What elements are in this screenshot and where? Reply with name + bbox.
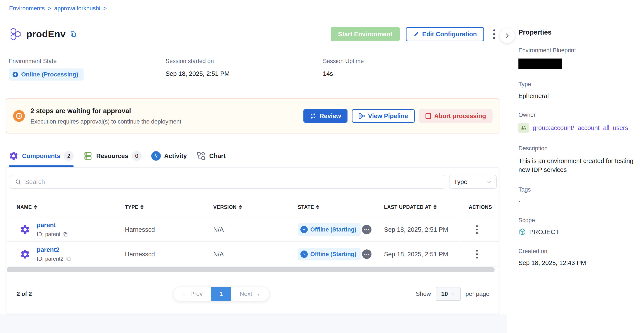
table-row: parent ID: parent Harnesscd N/A [6, 217, 499, 242]
breadcrumb-link-environment[interactable]: approvalforkhushi [54, 5, 100, 12]
copy-name-icon[interactable] [70, 30, 77, 38]
tab-components[interactable]: Components 2 [9, 147, 74, 167]
processing-indicator-icon [362, 249, 372, 259]
page-header: prodEnv Start Environment Edit Configura… [0, 17, 507, 51]
type-value: Ephemeral [518, 92, 638, 100]
row-actions-menu[interactable] [473, 217, 481, 242]
environment-state-badge: Online (Processing) [9, 68, 84, 80]
tab-resources-label: Resources [96, 152, 128, 160]
column-header-version[interactable]: VERSION [213, 197, 242, 217]
component-id-text: ID: parent2 [37, 256, 64, 262]
tags-value: - [518, 198, 638, 205]
environment-state-value: Online (Processing) [21, 71, 78, 78]
type-filter-label: Type [454, 178, 468, 186]
tab-resources-count: 0 [132, 151, 142, 161]
review-button[interactable]: Review [304, 109, 348, 123]
session-uptime-block: Session Uptime 14s [323, 58, 364, 80]
cube-icon [518, 228, 526, 236]
next-label: Next [240, 291, 252, 297]
approval-banner: 2 steps are waiting for approval Executi… [6, 98, 500, 133]
pipeline-icon [358, 113, 365, 119]
component-gear-icon [20, 224, 30, 235]
components-card: Type NAME TYPE VERSION STATE LAST UPDATE… [6, 167, 500, 314]
table-header: NAME TYPE VERSION STATE LAST UPDATED AT … [6, 197, 499, 217]
breadcrumb-link-environments[interactable]: Environments [9, 5, 45, 12]
description-value: This is an environment created for testi… [518, 157, 634, 174]
tab-chart[interactable]: Chart [196, 147, 226, 167]
chevron-down-icon [450, 292, 455, 296]
start-environment-button[interactable]: Start Environment [331, 27, 400, 41]
column-header-actions: ACTIONS [469, 197, 492, 217]
description-label: Description [518, 145, 638, 152]
type-filter-dropdown[interactable]: Type [449, 175, 496, 189]
approval-banner-actions: Review View Pipeline Abor [304, 109, 492, 123]
abort-processing-button[interactable]: Abort processing [419, 109, 492, 123]
tab-components-label: Components [22, 152, 60, 160]
view-pipeline-button[interactable]: View Pipeline [352, 109, 415, 123]
stop-icon [426, 113, 431, 119]
edit-configuration-button[interactable]: Edit Configuration [406, 27, 484, 41]
waiting-clock-icon [13, 110, 25, 122]
horizontal-scrollbar[interactable] [7, 267, 495, 272]
page-size-select[interactable]: 10 [436, 287, 461, 301]
blueprint-redacted-value [518, 58, 562, 69]
page-number-button[interactable]: 1 [211, 287, 231, 301]
component-version: N/A [213, 242, 224, 267]
column-header-type[interactable]: TYPE [125, 197, 144, 217]
session-uptime-value: 14s [323, 70, 364, 77]
tab-activity-label: Activity [164, 152, 187, 160]
chart-icon [196, 151, 206, 161]
breadcrumb: Environments > approvalforkhushi > [0, 0, 507, 17]
session-stats: Environment State Online (Processing) Se… [9, 58, 364, 80]
tags-label: Tags [518, 186, 638, 193]
pagination-summary: 2 of 2 [17, 287, 32, 301]
row-actions-menu[interactable] [473, 242, 481, 267]
environment-state-label: Environment State [9, 58, 166, 64]
session-uptime-label: Session Uptime [323, 58, 364, 64]
tab-resources[interactable]: Resources 0 [83, 147, 142, 167]
sort-icon [34, 205, 37, 210]
properties-panel: Properties Environment Blueprint Type Ep… [507, 0, 644, 333]
copy-id-icon[interactable] [63, 232, 68, 237]
processing-indicator-icon [362, 225, 372, 234]
breadcrumb-separator: > [103, 5, 107, 12]
pagination: 2 of 2 ← Prev 1 Next → Show 10 [6, 287, 499, 301]
column-header-name[interactable]: NAME [17, 197, 37, 217]
component-name-link[interactable]: parent2 [37, 246, 60, 253]
sync-icon [310, 113, 316, 119]
search-icon [15, 178, 22, 185]
view-pipeline-label: View Pipeline [368, 112, 408, 120]
owner-group-link[interactable]: group:account/_account_all_users [533, 124, 628, 131]
component-state-badge: Offline (Starting) [298, 248, 361, 261]
created-on-label: Created on [518, 248, 638, 255]
search-input[interactable] [25, 178, 445, 186]
environment-icon [9, 27, 22, 41]
column-header-state[interactable]: STATE [298, 197, 319, 217]
session-started-block: Session started on Sep 18, 2025, 2:51 PM [166, 58, 323, 80]
session-started-label: Session started on [166, 58, 323, 64]
detail-tabs: Components 2 Resources 0 [9, 147, 226, 167]
header-actions: Start Environment Edit Configuration [331, 27, 498, 41]
session-started-value: Sep 18, 2025, 2:51 PM [166, 70, 323, 77]
component-last-updated: Sep 18, 2025, 2:51 PM [384, 242, 448, 267]
next-page-button[interactable]: Next → [231, 287, 269, 301]
right-arrow-icon: → [254, 291, 260, 297]
environment-details-page: Environments > approvalforkhushi > prodE… [0, 0, 644, 333]
tab-activity[interactable]: Activity [151, 147, 187, 167]
resources-icon [83, 151, 93, 161]
copy-id-icon[interactable] [66, 256, 71, 262]
show-label: Show [416, 291, 431, 297]
column-header-last-updated[interactable]: LAST UPDATED AT [384, 197, 436, 217]
collapse-panel-button[interactable] [500, 28, 515, 43]
owner-label: Owner [518, 112, 638, 118]
component-name-link[interactable]: parent [37, 222, 56, 229]
online-status-icon [12, 72, 18, 77]
page-size-control: Show 10 per page [416, 287, 490, 301]
prev-page-button[interactable]: ← Prev [173, 287, 211, 301]
scope-value: PROJECT [529, 229, 559, 236]
lightning-icon [300, 251, 308, 258]
per-page-label: per page [466, 291, 490, 297]
header-more-menu[interactable] [490, 27, 498, 41]
component-state-text: Offline (Starting) [310, 251, 356, 258]
component-state-text: Offline (Starting) [310, 226, 356, 233]
